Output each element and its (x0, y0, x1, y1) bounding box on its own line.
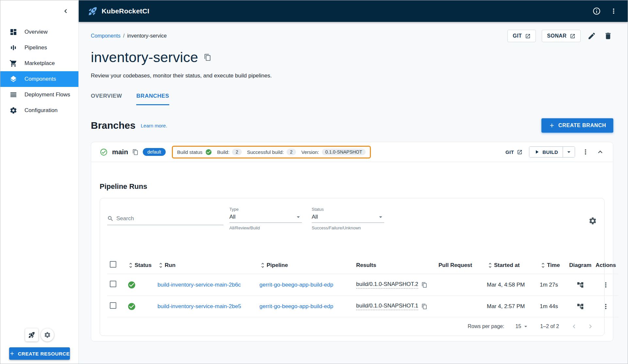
started-at-cell: Mar 4, 4:58 PM (484, 274, 537, 296)
status-filter-caption: Success/Failure/Unknown (312, 225, 384, 230)
default-branch-chip: default (143, 148, 166, 156)
branch-git-label: GIT (505, 149, 514, 155)
plus-icon (9, 351, 15, 356)
tab-branches[interactable]: BRANCHES (136, 93, 169, 105)
delete-button[interactable] (603, 31, 613, 41)
column-header-status[interactable]: Status (127, 262, 152, 269)
settings-tile-button[interactable] (41, 328, 54, 341)
copy-icon (132, 149, 139, 155)
row-actions-button[interactable] (602, 281, 610, 289)
pipeline-link[interactable]: gerrit-go-beego-app-build-edp (259, 282, 333, 288)
next-page-button[interactable] (587, 323, 594, 330)
sidebar-item-deployment-flows[interactable]: Deployment Flows (0, 87, 78, 103)
copy-result-button[interactable] (421, 282, 427, 288)
table-settings-button[interactable] (588, 217, 597, 225)
copy-branch-button[interactable] (132, 149, 139, 155)
branch-card: main default Build status Build: 2 (91, 142, 613, 341)
branches-heading: Branches (91, 120, 136, 131)
build-status-group: Build status Build: 2 Successful build: … (172, 146, 371, 158)
run-link[interactable]: build-inventory-service-main-2be5 (157, 303, 241, 309)
sidebar-item-marketplace[interactable]: Marketplace (0, 56, 78, 71)
sidebar-item-configuration[interactable]: Configuration (0, 103, 78, 118)
search-input[interactable] (116, 215, 223, 222)
row-checkbox[interactable] (110, 302, 116, 309)
table-row: build-inventory-service-main-2b6c gerrit… (107, 274, 618, 296)
build-button[interactable]: BUILD (529, 147, 563, 157)
main-area: KubeRocketCI Components / inventory-serv… (79, 0, 628, 364)
time-cell: 1m 44s (537, 296, 567, 317)
results-value[interactable]: build/0.1.0-SNAPSHOT.2 (356, 281, 418, 289)
edit-button[interactable] (587, 31, 597, 41)
sidebar-item-pipelines[interactable]: Pipelines (0, 40, 78, 56)
info-button[interactable] (592, 6, 602, 16)
sidebar-item-components[interactable]: Components (0, 71, 78, 87)
search-icon (107, 215, 114, 222)
breadcrumb-components-link[interactable]: Components (91, 33, 121, 39)
status-filter-select[interactable]: Status All Success/Failure/Unknown (312, 207, 384, 230)
collapse-branch-button[interactable] (596, 148, 604, 156)
sidebar-collapse-button[interactable] (60, 6, 71, 17)
branch-actions: GIT BUILD (505, 146, 604, 157)
select-all-checkbox[interactable] (110, 261, 116, 268)
plus-icon (549, 122, 555, 129)
build-split-button: BUILD (529, 146, 575, 157)
breadcrumb-current: inventory-service (127, 33, 167, 39)
gear-icon (44, 331, 51, 339)
copy-icon (421, 304, 427, 309)
row-checkbox[interactable] (110, 281, 116, 287)
started-at-cell: Mar 4, 2:57 PM (484, 296, 537, 317)
column-header-run[interactable]: Run (157, 262, 254, 269)
status-filter-label: Status (312, 207, 384, 212)
version-item: Version: 0.1.0-SNAPSHOT (301, 149, 366, 155)
sidebar-item-label: Configuration (25, 107, 58, 114)
chevron-up-icon (596, 148, 604, 156)
kebab-icon (602, 303, 610, 310)
sidebar-item-overview[interactable]: Overview (0, 24, 78, 40)
column-header-started-at[interactable]: Started at (487, 262, 535, 269)
navbar-menu-button[interactable] (609, 6, 619, 16)
rows-per-page-value: 15 (515, 323, 521, 329)
rows-per-page-select[interactable]: 15 (515, 323, 529, 330)
copy-result-button[interactable] (421, 304, 427, 309)
time-cell: 1m 27s (537, 274, 567, 296)
chevron-down-icon (522, 323, 529, 330)
branch-git-button[interactable]: GIT (505, 149, 522, 155)
rocket-tile-button[interactable] (25, 328, 38, 341)
page-subtitle: Review your codebases, monitor their sta… (91, 73, 613, 79)
sonar-button[interactable]: SONAR (542, 30, 581, 42)
sidebar-nav: Overview Pipelines Marketplace Component… (0, 22, 78, 118)
results-value[interactable]: build/0.1.0-SNAPSHOT.1 (356, 303, 418, 310)
gear-icon (9, 107, 17, 114)
header-actions: GIT SONAR (507, 30, 613, 42)
previous-page-button[interactable] (570, 323, 578, 330)
type-filter-select[interactable]: Type All All/Review/Build (229, 207, 302, 230)
column-header-time[interactable]: Time (540, 262, 565, 269)
rocket-icon (28, 331, 35, 339)
learn-more-link[interactable]: Learn more. (141, 123, 167, 128)
chevron-right-icon (587, 323, 594, 330)
row-actions-button[interactable] (602, 303, 610, 310)
diagram-button[interactable] (577, 303, 584, 310)
sidebar-item-label: Components (25, 76, 56, 82)
sonar-button-label: SONAR (547, 33, 567, 39)
branch-menu-button[interactable] (582, 148, 589, 156)
status-filter-value: All (312, 214, 318, 220)
pager (570, 323, 594, 330)
build-dropdown-button[interactable] (563, 147, 575, 157)
create-resource-button[interactable]: CREATE RESOURCE (9, 347, 70, 360)
create-branch-button[interactable]: CREATE BRANCH (541, 118, 613, 133)
run-link[interactable]: build-inventory-service-main-2b6c (157, 282, 241, 288)
copy-title-button[interactable] (204, 54, 211, 61)
git-button[interactable]: GIT (507, 30, 536, 42)
page-content: Components / inventory-service GIT SONAR (79, 22, 628, 364)
branch-header-row: main default Build status Build: 2 (91, 142, 613, 162)
diagram-button[interactable] (577, 281, 584, 289)
tab-overview[interactable]: OVERVIEW (91, 93, 122, 105)
pipeline-link[interactable]: gerrit-go-beego-app-build-edp (259, 303, 333, 309)
column-header-pipeline[interactable]: Pipeline (259, 262, 351, 269)
successful-build-item: Successful build: 2 (247, 149, 296, 155)
brand[interactable]: KubeRocketCI (88, 6, 149, 16)
sidebar-bottom: CREATE RESOURCE (0, 328, 78, 364)
sort-icon (487, 262, 493, 269)
version-label: Version: (301, 149, 319, 155)
